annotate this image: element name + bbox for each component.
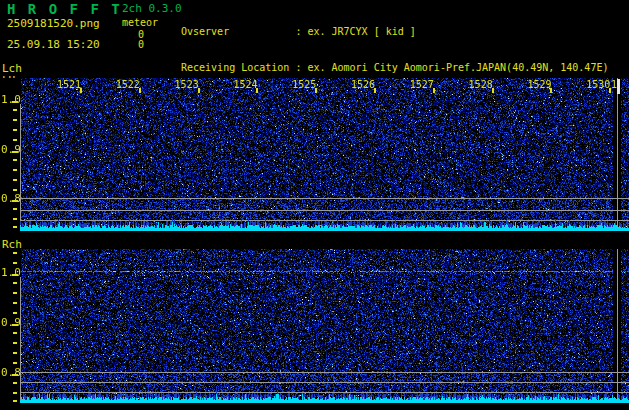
freq-minor-tick <box>13 226 17 228</box>
freq-major-tick <box>12 101 18 103</box>
freq-label: 0.8 <box>1 192 21 205</box>
time-label: 1522 <box>116 79 140 90</box>
time-tick <box>433 88 435 93</box>
time-tick <box>198 88 200 93</box>
time-label: 1524 <box>233 79 257 90</box>
time-label: 1526 <box>351 79 375 90</box>
output-filename: 2509181520.png <box>7 17 100 30</box>
time-tick <box>80 88 82 93</box>
freq-minor-tick <box>13 282 17 284</box>
freq-label: 0.9 <box>1 316 21 329</box>
rch-spectrogram <box>0 249 629 403</box>
freq-label: 1.0 <box>1 266 21 279</box>
freq-major-tick <box>12 151 18 153</box>
meteor-count-rch: 0 <box>108 39 144 50</box>
time-tick <box>492 88 494 93</box>
datetime-label: 25.09.18 15:20 <box>7 38 100 51</box>
freq-minor-tick <box>13 129 17 131</box>
observer-line: Ovserver : ex. JR7CYX [ kid ] <box>181 26 629 38</box>
hrofft-screen: H R O F F T 2ch 0.3.0 2509181520.png met… <box>0 0 629 410</box>
time-label: 1523 <box>175 79 199 90</box>
freq-label: 1.0 <box>1 93 21 106</box>
freq-minor-tick <box>13 218 17 220</box>
freq-minor-tick <box>13 262 17 264</box>
time-tick <box>139 88 141 93</box>
freq-major-tick <box>12 274 18 276</box>
freq-label: 0.8 <box>1 366 21 379</box>
app-version: 2ch 0.3.0 <box>122 2 182 15</box>
location-line: Receiving Location : ex. Aomori City Aom… <box>181 62 629 74</box>
freq-minor-tick <box>13 400 17 402</box>
time-label: 1530 <box>586 79 610 90</box>
time-label: 1529 <box>527 79 551 90</box>
freq-minor-tick <box>13 362 17 364</box>
mode-label: meteor <box>122 17 158 28</box>
freq-minor-tick <box>13 169 17 171</box>
write-cursor-top <box>617 79 620 94</box>
freq-minor-tick <box>13 342 17 344</box>
freq-minor-tick <box>13 382 17 384</box>
freq-minor-tick <box>13 109 17 111</box>
freq-minor-tick <box>13 119 17 121</box>
time-label: 1527 <box>410 79 434 90</box>
freq-major-tick <box>12 200 18 202</box>
time-tick <box>315 88 317 93</box>
freq-minor-tick <box>13 302 17 304</box>
freq-minor-tick <box>13 292 17 294</box>
freq-minor-tick <box>13 252 17 254</box>
freq-major-tick <box>12 374 18 376</box>
freq-major-tick <box>12 324 18 326</box>
time-tick <box>550 88 552 93</box>
freq-label: 0.9 <box>1 143 21 156</box>
lch-spectrogram <box>0 78 629 231</box>
time-tick <box>256 88 258 93</box>
freq-minor-tick <box>13 392 17 394</box>
freq-minor-tick <box>13 159 17 161</box>
time-label: 1521 <box>57 79 81 90</box>
app-title: H R O F F T <box>7 1 122 17</box>
freq-minor-tick <box>13 332 17 334</box>
freq-minor-tick <box>13 189 17 191</box>
freq-minor-tick <box>13 208 17 210</box>
time-tick <box>374 88 376 93</box>
freq-minor-tick <box>13 312 17 314</box>
freq-minor-tick <box>13 352 17 354</box>
time-label: 1525 <box>292 79 316 90</box>
freq-minor-tick <box>13 179 17 181</box>
freq-minor-tick <box>13 139 17 141</box>
time-label: 1528 <box>469 79 493 90</box>
